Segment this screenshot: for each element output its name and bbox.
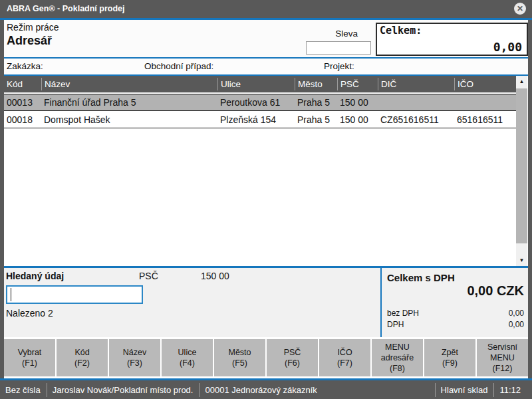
total-box: Celkem: 0,00 <box>376 23 528 56</box>
cell-kod: 00013 <box>4 97 41 108</box>
button-menu-adresare-f8[interactable]: MENU adresáře (F8) <box>372 339 423 376</box>
total-value: 0,00 <box>493 40 522 54</box>
mode-value: Adresář <box>7 34 52 48</box>
totals-grand-total: 0,00 CZK <box>467 283 524 299</box>
context-row: Zakázka: Obchodní případ: Projekt: <box>4 59 528 74</box>
window-border-right <box>528 20 532 378</box>
vat-label: DPH <box>387 320 404 329</box>
cell-psc: 150 00 <box>337 97 378 108</box>
status-operator: Jaroslav Novák/Pokladní místo prod. <box>47 383 200 397</box>
project-label: Projekt: <box>324 61 354 71</box>
business-case-label: Obchodní případ: <box>144 61 213 71</box>
status-bar: Bez čísla Jaroslav Novák/Pokladní místo … <box>0 380 532 399</box>
discount-input[interactable] <box>306 41 371 55</box>
cell-mesto: Praha 5 <box>295 97 337 108</box>
cell-mesto: Praha 5 <box>295 114 337 125</box>
mode-label: Režim práce <box>7 22 59 33</box>
search-totals-panel: Hledaný údaj Nalezeno 2 PSČ 150 00 Celke… <box>4 268 528 337</box>
button-kod-f2[interactable]: Kód (F2) <box>57 339 108 376</box>
totals-vat-row: DPH 0,00 <box>387 320 524 329</box>
text-caret <box>11 288 11 301</box>
cell-ulice: Peroutkova 61 <box>217 97 295 108</box>
search-label: Hledaný údaj <box>6 271 64 281</box>
button-mesto-f5[interactable]: Město (F5) <box>214 339 265 376</box>
status-customer: 00001 Jednorázový zákazník <box>199 383 323 397</box>
cell-ulice: Plzeňská 154 <box>217 114 295 125</box>
close-icon[interactable]: ✕ <box>514 3 526 15</box>
vat-value: 0,00 <box>509 320 524 329</box>
cell-nazev: Domspot Hašek <box>41 114 217 125</box>
totals-net-row: bez DPH 0,00 <box>387 309 524 318</box>
mode-panel: Režim práce Adresář Sleva Celkem: 0,00 <box>4 20 528 57</box>
totals-title: Celkem s DPH <box>387 272 455 283</box>
column-header-kod[interactable]: Kód <box>4 78 41 90</box>
status-warehouse: Hlavní sklad <box>435 383 494 397</box>
table-header: Kód Název Ulice Město PSČ DIČ IČO <box>4 76 516 92</box>
window-title: ABRA Gen® - Pokladní prodej <box>7 4 125 13</box>
column-header-mesto[interactable]: Město <box>295 78 337 90</box>
search-field-value: 150 00 <box>201 271 229 281</box>
button-vybrat-f1[interactable]: Vybrat (F1) <box>4 339 55 376</box>
result-count: Nalezeno 2 <box>6 308 53 319</box>
table-row-selected[interactable]: 00013 Finanční úřad Praha 5 Peroutkova 6… <box>4 94 516 111</box>
cell-kod: 00018 <box>4 114 41 125</box>
button-ico-f7[interactable]: IČO (F7) <box>319 339 370 376</box>
search-field-label: PSČ <box>139 271 158 281</box>
totals-divider-line <box>380 268 382 337</box>
column-header-dic[interactable]: DIČ <box>378 78 454 90</box>
column-header-ulice[interactable]: Ulice <box>217 78 295 90</box>
column-header-nazev[interactable]: Název <box>41 78 217 90</box>
cell-dic: CZ651616511 <box>378 114 454 125</box>
scroll-down-icon[interactable]: ▼ <box>516 255 527 266</box>
button-ulice-f4[interactable]: Ulice (F4) <box>162 339 213 376</box>
button-nazev-f3[interactable]: Název (F3) <box>109 339 160 376</box>
button-psc-f6[interactable]: PSČ (F6) <box>267 339 318 376</box>
scroll-up-icon[interactable]: ▲ <box>516 76 527 87</box>
app-window: ABRA Gen® - Pokladní prodej ✕ Režim prác… <box>0 0 532 399</box>
button-servisni-menu-f12[interactable]: Servisní MENU (F12) <box>477 339 528 376</box>
column-header-psc[interactable]: PSČ <box>337 78 378 90</box>
cell-ico: 651616511 <box>454 114 516 125</box>
discount-label: Sleva <box>302 29 358 39</box>
status-time: 11:12 <box>493 383 527 397</box>
cell-psc: 150 00 <box>337 114 378 125</box>
net-label: bez DPH <box>387 309 419 318</box>
table-row[interactable]: 00018 Domspot Hašek Plzeňská 154 Praha 5… <box>4 111 516 128</box>
vertical-scrollbar[interactable]: ▲ ▼ <box>516 76 527 266</box>
button-zpet-f9[interactable]: Zpět (F9) <box>424 339 475 376</box>
cell-nazev: Finanční úřad Praha 5 <box>41 97 217 108</box>
column-header-ico[interactable]: IČO <box>454 78 516 90</box>
search-input[interactable] <box>6 285 143 304</box>
status-document-number: Bez čísla <box>5 383 47 397</box>
order-label: Zakázka: <box>7 61 43 71</box>
total-label: Celkem: <box>380 25 422 37</box>
function-button-bar: Vybrat (F1) Kód (F2) Název (F3) Ulice (F… <box>4 337 528 378</box>
scrollbar-thumb[interactable] <box>516 88 527 243</box>
title-bar: ABRA Gen® - Pokladní prodej <box>0 0 532 18</box>
net-value: 0,00 <box>509 309 524 318</box>
